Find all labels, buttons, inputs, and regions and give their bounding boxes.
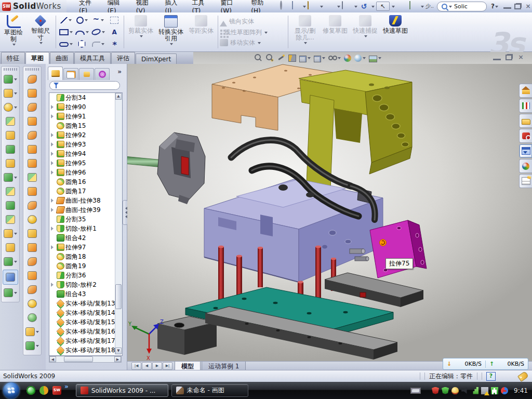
- doc-nav-button[interactable]: ▶|: [163, 362, 172, 370]
- dropdown-arrow-icon[interactable]: [86, 31, 89, 35]
- model-view[interactable]: Y Z X: [127, 64, 532, 361]
- toolbar-grip[interactable]: [4, 68, 17, 71]
- pattern-button[interactable]: [2, 170, 19, 184]
- signal-icon[interactable]: [471, 387, 478, 394]
- cm-button[interactable]: 转换实体引用: [156, 14, 186, 50]
- tree-item[interactable]: 实体-移动/复制18: [49, 345, 115, 355]
- taskpane-tab-design-library[interactable]: [519, 99, 532, 113]
- taskbar-clock[interactable]: 9:41: [514, 387, 528, 394]
- expand-arrow-icon[interactable]: [51, 198, 56, 203]
- help-button[interactable]: ?: [491, 3, 495, 10]
- tree-item[interactable]: 实体-移动/复制16: [49, 327, 115, 336]
- sketch-tool-rectangle[interactable]: [58, 26, 74, 38]
- spline-tool-button[interactable]: [2, 255, 19, 269]
- taskpane-tab-solidworks-search[interactable]: [519, 129, 532, 143]
- tree-item[interactable]: 拉伸90: [49, 102, 115, 112]
- cm-button[interactable]: 智能尺寸: [27, 14, 54, 50]
- tree-item[interactable]: 实体-移动/复制13: [49, 299, 115, 308]
- tree-item[interactable]: 圆角16: [49, 177, 115, 187]
- dropdown-arrow-icon[interactable]: [378, 57, 381, 61]
- surface-flag-button[interactable]: [23, 255, 41, 269]
- tree-item[interactable]: 拉伸92: [49, 130, 115, 140]
- cm-button[interactable]: 快速草图: [380, 14, 410, 50]
- surface-trim-button[interactable]: [23, 241, 41, 255]
- sketch-tool-spline[interactable]: [90, 14, 106, 26]
- surface-loft-button[interactable]: [23, 114, 41, 128]
- taskpane-tab-view-palette[interactable]: [519, 144, 532, 158]
- surface-elbow-button[interactable]: [23, 198, 41, 212]
- restore-button[interactable]: [514, 4, 521, 9]
- dropdown-arrow-icon[interactable]: [363, 57, 366, 61]
- surface-stack-button[interactable]: [23, 184, 41, 198]
- tree-vertical-scrollbar[interactable]: ▲ ▼: [115, 93, 122, 354]
- combine-button[interactable]: [2, 184, 19, 198]
- sketch-tool-sketch-fillet[interactable]: [90, 38, 106, 50]
- audio-icon[interactable]: [461, 387, 469, 394]
- loft-button[interactable]: [2, 114, 19, 128]
- dropdown-arrow-icon[interactable]: [258, 42, 261, 46]
- taskpane-tab-file-explorer[interactable]: [519, 114, 532, 128]
- dropdown-arrow-icon[interactable]: [14, 292, 17, 296]
- sketch-tool-line[interactable]: [58, 14, 74, 26]
- expand-arrow-icon[interactable]: [51, 142, 56, 147]
- view-settings-button[interactable]: [368, 54, 382, 62]
- surface-cylinder-button[interactable]: [23, 311, 41, 325]
- tree-item[interactable]: 拉伸93: [49, 140, 115, 149]
- sketch-tool-ellipse[interactable]: [90, 26, 106, 38]
- dropdown-arrow-icon[interactable]: [140, 35, 143, 39]
- search-dropdown-icon[interactable]: [449, 6, 452, 9]
- doc-minimize-button[interactable]: [493, 55, 501, 60]
- surface-star-button[interactable]: [23, 325, 41, 339]
- surface-extend-button[interactable]: [23, 170, 41, 184]
- input-method-icon[interactable]: [410, 388, 421, 394]
- doc-restore-button[interactable]: [506, 55, 512, 60]
- dropdown-arrow-icon[interactable]: [14, 233, 17, 236]
- panel-overflow-chevron[interactable]: »: [117, 68, 122, 75]
- tree-item[interactable]: 拉伸91: [49, 112, 115, 121]
- shell-button[interactable]: [2, 142, 19, 156]
- graphics-viewport[interactable]: Y Z X 拉伸75: [127, 64, 532, 361]
- sketch-tool-point[interactable]: [106, 38, 122, 50]
- part-mold-body[interactable]: [204, 179, 383, 282]
- tree-item[interactable]: 拉伸96: [49, 168, 115, 177]
- tree-item[interactable]: 实体-移动/复制17: [49, 336, 115, 345]
- dropdown-arrow-icon[interactable]: [495, 6, 498, 9]
- tab-DimXpert[interactable]: DimXpert: [136, 54, 177, 64]
- quick-launch-overflow[interactable]: »: [64, 383, 69, 390]
- panel-tab-featuremanager-tree[interactable]: [48, 66, 63, 80]
- dropdown-arrow-icon[interactable]: [308, 57, 311, 61]
- quick-tips-button[interactable]: ?: [486, 372, 496, 381]
- scroll-up-button[interactable]: ▲: [115, 93, 122, 100]
- part-magenta-insert[interactable]: [370, 220, 427, 278]
- previous-view-button[interactable]: [276, 53, 286, 62]
- dropdown-arrow-icon[interactable]: [304, 42, 307, 46]
- dropdown-arrow-icon[interactable]: [12, 44, 16, 47]
- dropdown-arrow-icon[interactable]: [264, 32, 268, 35]
- dropdown-arrow-icon[interactable]: [364, 35, 367, 39]
- tree-item[interactable]: 圆角18: [49, 252, 115, 261]
- panel-tab-configurationmanager[interactable]: [79, 68, 94, 80]
- surface-planar-button[interactable]: [23, 156, 41, 170]
- surface-spline-button[interactable]: [23, 339, 41, 353]
- zoom-area-button[interactable]: [265, 53, 274, 62]
- tree-item[interactable]: 切除-放样2: [49, 280, 115, 289]
- hole-wizard-button[interactable]: [2, 156, 19, 170]
- dropdown-arrow-icon[interactable]: [101, 19, 104, 23]
- sketch-tool-arc[interactable]: [74, 26, 90, 38]
- construction-line-button[interactable]: [2, 241, 19, 255]
- dropdown-arrow-icon[interactable]: [14, 92, 17, 96]
- pin-icon[interactable]: [280, 1, 282, 10]
- split-button[interactable]: [2, 198, 19, 212]
- print-icon[interactable]: [342, 1, 343, 9]
- dropdown-arrow-icon[interactable]: [421, 6, 424, 9]
- security-red-icon[interactable]: [432, 387, 439, 394]
- dropdown-arrow-icon[interactable]: [70, 31, 73, 35]
- start-button[interactable]: [3, 382, 19, 398]
- doc-nav-button[interactable]: ◀: [142, 362, 152, 370]
- dropdown-arrow-icon[interactable]: [101, 43, 104, 47]
- taskpane-tab-resources[interactable]: [519, 84, 532, 98]
- hide-show-items-button[interactable]: [328, 53, 341, 62]
- dropdown-arrow-icon[interactable]: [170, 43, 173, 47]
- sketch-tool-circle[interactable]: [74, 14, 90, 26]
- tree-item[interactable]: 组合42: [49, 233, 115, 243]
